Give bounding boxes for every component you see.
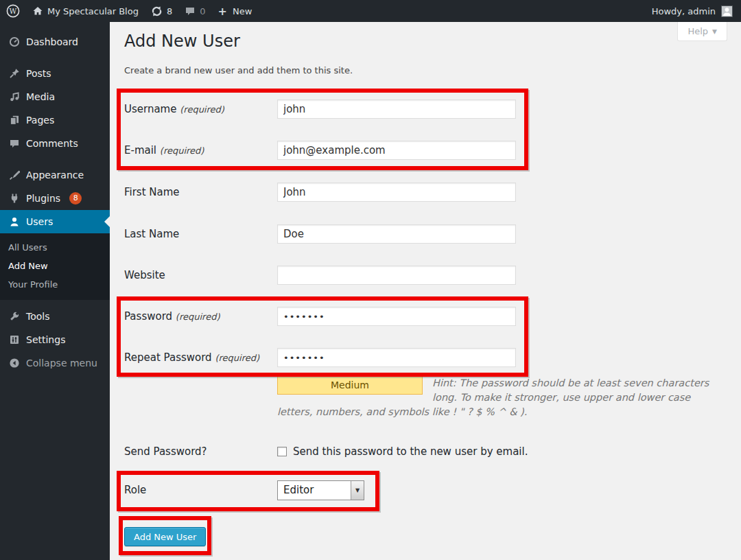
updates-icon [151, 5, 163, 17]
plus-icon: + [218, 5, 227, 18]
username-row: Username (required) [124, 100, 714, 119]
first-name-row: First Name [124, 183, 714, 202]
last-name-label: Last Name [124, 228, 277, 240]
sidebar-item-label: Plugins [26, 193, 60, 204]
sidebar-item-posts[interactable]: Posts [0, 62, 110, 85]
role-select[interactable]: Editor ▼ [277, 480, 364, 500]
add-new-user-button[interactable]: Add New User [124, 527, 206, 546]
howdy-admin-menu[interactable]: Howdy, admin [652, 6, 716, 16]
avatar[interactable] [721, 5, 733, 17]
sidebar-item-appearance[interactable]: Appearance [0, 163, 110, 187]
page-subtitle: Create a brand new user and add them to … [124, 65, 353, 75]
role-selected-value: Editor [278, 481, 351, 500]
comments-count: 0 [200, 6, 205, 16]
send-password-checkbox[interactable] [277, 447, 287, 456]
repeat-password-input[interactable] [277, 348, 516, 367]
sidebar-item-settings[interactable]: Settings [0, 328, 110, 351]
password-row: Password (required) [124, 307, 714, 326]
wordpress-logo-icon: W [6, 4, 20, 18]
svg-text:W: W [10, 7, 17, 15]
wordpress-logo-menu[interactable]: W [0, 0, 26, 22]
sidebar-item-label: Dashboard [26, 36, 78, 47]
media-icon [8, 91, 20, 102]
sidebar-item-media[interactable]: Media [0, 85, 110, 108]
new-content-menu[interactable]: + New [212, 0, 259, 22]
wrench-icon [8, 311, 20, 322]
sidebar-item-label: Users [26, 216, 53, 227]
comment-bubble-icon [8, 138, 20, 149]
sliders-icon [8, 334, 20, 345]
submenu-item-add-new[interactable]: Add New [0, 257, 110, 275]
username-input[interactable] [277, 100, 516, 119]
sidebar-item-plugins[interactable]: Plugins 8 [0, 187, 110, 210]
required-note: (required) [176, 312, 220, 322]
password-label: Password (required) [124, 310, 277, 323]
page-title: Add New User [124, 32, 240, 51]
password-input[interactable] [277, 307, 516, 326]
add-new-user-page: Add New User Create a brand new user and… [110, 22, 741, 560]
website-input[interactable] [277, 266, 516, 285]
first-name-input[interactable] [277, 183, 516, 202]
sidebar-separator [0, 155, 110, 163]
sidebar-item-label: Settings [26, 334, 65, 345]
home-icon [32, 5, 43, 16]
updates-menu[interactable]: 8 [145, 0, 178, 22]
wordpress-admin-screen: W My Spectacular Blog 8 0 [0, 0, 741, 560]
sidebar-item-label: Pages [26, 115, 54, 126]
updates-count: 8 [167, 6, 172, 16]
paintbrush-icon [8, 170, 20, 180]
required-note: (required) [180, 104, 224, 115]
password-strength-indicator: Medium [277, 376, 423, 395]
collapse-arrow-icon [8, 358, 20, 369]
comment-bubble-icon [185, 5, 196, 16]
repeat-password-row: Repeat Password (required) [124, 348, 714, 367]
pages-icon [8, 115, 20, 126]
user-icon [8, 216, 20, 227]
sidebar-separator [0, 54, 110, 62]
username-label: Username (required) [124, 103, 277, 115]
send-password-checkbox-label: Send this password to the new user by em… [293, 445, 528, 458]
site-name-menu[interactable]: My Spectacular Blog [26, 0, 145, 22]
sidebar-item-users[interactable]: Users [0, 210, 110, 233]
sidebar-item-collapse-menu[interactable]: Collapse menu [0, 351, 110, 375]
send-password-row: Send Password? Send this password to the… [124, 442, 714, 461]
first-name-label: First Name [124, 186, 277, 198]
sidebar-item-label: Media [26, 91, 55, 102]
pushpin-icon [8, 68, 20, 79]
last-name-row: Last Name [124, 224, 714, 244]
role-label: Role [124, 484, 277, 496]
sidebar-item-label: Tools [26, 311, 50, 322]
site-name-label: My Spectacular Blog [47, 6, 139, 16]
admin-sidebar: Dashboard Posts Media Pages Comments [0, 22, 110, 560]
submenu-item-your-profile[interactable]: Your Profile [0, 275, 110, 294]
sidebar-item-label: Comments [26, 138, 78, 149]
plugins-update-badge: 8 [69, 192, 82, 205]
sidebar-item-pages[interactable]: Pages [0, 108, 110, 132]
help-label: Help [687, 26, 708, 36]
dashboard-icon [8, 36, 20, 47]
email-input[interactable] [277, 141, 516, 160]
email-row: E-mail (required) [124, 141, 714, 160]
required-note: (required) [215, 353, 259, 363]
sidebar-item-dashboard[interactable]: Dashboard [0, 30, 110, 54]
required-note: (required) [160, 145, 204, 156]
sidebar-item-tools[interactable]: Tools [0, 305, 110, 328]
website-row: Website [124, 266, 714, 285]
new-label: New [233, 6, 252, 16]
repeat-password-label: Repeat Password (required) [124, 351, 277, 364]
email-label: E-mail (required) [124, 144, 277, 156]
sidebar-item-comments[interactable]: Comments [0, 132, 110, 155]
help-button[interactable]: Help ▼ [677, 22, 727, 41]
sidebar-item-label: Appearance [26, 170, 84, 180]
admin-bar: W My Spectacular Blog 8 0 [0, 0, 741, 22]
chevron-down-icon: ▼ [712, 28, 717, 35]
users-submenu: All Users Add New Your Profile [0, 233, 110, 300]
sidebar-item-label: Collapse menu [26, 358, 97, 369]
select-dropdown-arrow-icon[interactable]: ▼ [351, 481, 364, 500]
role-row: Role Editor ▼ [124, 480, 714, 500]
last-name-input[interactable] [277, 224, 516, 244]
send-password-label: Send Password? [124, 445, 277, 458]
sidebar-item-label: Posts [26, 68, 51, 79]
comments-menu[interactable]: 0 [178, 0, 211, 22]
submenu-item-all-users[interactable]: All Users [0, 238, 110, 257]
